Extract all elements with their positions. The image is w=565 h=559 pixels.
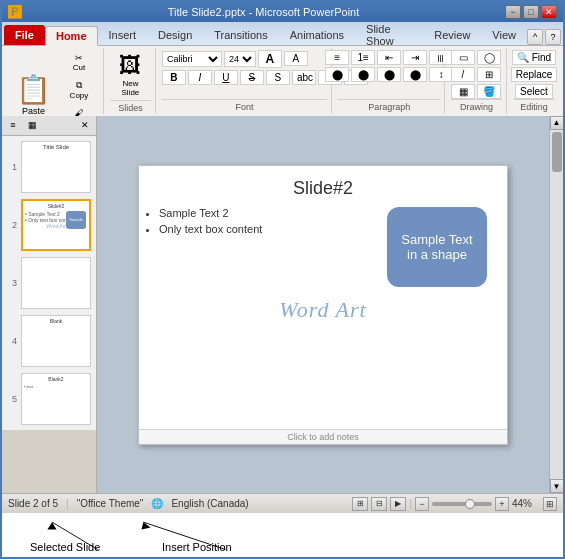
- tab-transitions[interactable]: Transitions: [203, 25, 278, 45]
- annotation-area: Selected Slide Insert Position: [2, 513, 563, 557]
- cut-icon: ✂: [75, 53, 83, 63]
- font-abc-button[interactable]: abc: [292, 70, 316, 85]
- close-button[interactable]: ✕: [541, 5, 557, 19]
- shadow-button[interactable]: S: [266, 70, 290, 85]
- window-controls: − □ ✕: [505, 5, 557, 19]
- new-slide-label: New Slide: [122, 79, 140, 97]
- slide-thumb-3: [21, 257, 91, 309]
- numbering-button[interactable]: 1≡: [351, 50, 375, 65]
- zoom-slider-thumb[interactable]: [465, 499, 475, 509]
- select-button[interactable]: Select: [515, 84, 553, 99]
- tab-file[interactable]: File: [4, 25, 45, 45]
- align-right-button[interactable]: ⬤: [377, 67, 401, 82]
- zoom-slider[interactable]: [432, 502, 492, 506]
- slides-buttons: 🖼 New Slide: [114, 50, 146, 100]
- font-family-select[interactable]: Calibri: [162, 51, 222, 67]
- decrease-indent-button[interactable]: ⇤: [377, 50, 401, 65]
- slide-notes[interactable]: Click to add notes: [139, 429, 507, 444]
- copy-button[interactable]: ⧉Copy: [59, 77, 99, 103]
- justify-button[interactable]: ⬤: [403, 67, 427, 82]
- editing-label: Editing: [513, 99, 555, 112]
- scroll-thumb[interactable]: [552, 132, 562, 172]
- bold-button[interactable]: B: [162, 70, 186, 85]
- zoom-sep: |: [409, 498, 412, 509]
- slide-num-2: 2: [7, 220, 17, 230]
- font-size-select[interactable]: 24: [224, 51, 256, 67]
- decrease-font-button[interactable]: A: [284, 51, 308, 66]
- slide-title: Slide#2: [139, 166, 507, 207]
- tab-home[interactable]: Home: [45, 26, 98, 46]
- ribbon-content: 📋 Paste ✂Cut ⧉Copy 🖌Format Painter Clipb…: [2, 46, 563, 116]
- title-bar: 🅿 Title Slide2.pptx - Microsoft PowerPoi…: [2, 2, 563, 22]
- maximize-button[interactable]: □: [523, 5, 539, 19]
- tab-slideshow[interactable]: Slide Show: [355, 25, 423, 45]
- quick-styles-button[interactable]: ▦: [451, 84, 475, 99]
- paragraph-label: Paragraph: [338, 99, 440, 112]
- outline-view-button[interactable]: ≡: [4, 117, 22, 133]
- shape-fill-button[interactable]: 🪣: [477, 84, 501, 99]
- ribbon-minimize-button[interactable]: ^: [527, 29, 543, 45]
- slides-view-button[interactable]: ▦: [23, 117, 41, 133]
- slide-shape[interactable]: Sample Text in a shape: [387, 207, 487, 287]
- slide-thumb-1: Title Slide: [21, 141, 91, 193]
- minimize-button[interactable]: −: [505, 5, 521, 19]
- shape-line-button[interactable]: /: [451, 67, 475, 82]
- arrange-button[interactable]: ⊞: [477, 67, 501, 82]
- strikethrough-button[interactable]: S: [240, 70, 264, 85]
- clipboard-group: 📋 Paste ✂Cut ⧉Copy 🖌Format Painter Clipb…: [6, 48, 104, 114]
- slide-canvas[interactable]: Slide#2 Sample Text 2 Only text box cont…: [138, 165, 508, 445]
- shape-oval-button[interactable]: ◯: [477, 50, 501, 65]
- tab-insert[interactable]: Insert: [98, 25, 148, 45]
- slide-thumb-5: Blank2 • text: [21, 373, 91, 425]
- slide-thumbnail-2[interactable]: 2 Slide#2 • Sample Text 2 • Only text bo…: [6, 198, 92, 252]
- paste-button[interactable]: 📋 Paste: [10, 71, 57, 118]
- slide-thumbnail-1[interactable]: 1 Title Slide: [6, 140, 92, 194]
- tab-animations[interactable]: Animations: [279, 25, 355, 45]
- help-button[interactable]: ?: [545, 29, 561, 45]
- new-slide-button[interactable]: 🖼 New Slide: [114, 50, 146, 100]
- app-icon: 🅿: [8, 4, 22, 20]
- italic-button[interactable]: I: [188, 70, 212, 85]
- font-label: Font: [162, 99, 327, 112]
- align-left-button[interactable]: ⬤: [325, 67, 349, 82]
- slide-thumbnail-5[interactable]: 5 Blank2 • text: [6, 372, 92, 426]
- slide-thumbnail-3[interactable]: 3: [6, 256, 92, 310]
- slide-bullet-2: Only text box content: [159, 223, 377, 235]
- language-icon: 🌐: [151, 498, 163, 509]
- slide-wordart: Word Art: [139, 287, 507, 333]
- scroll-track: [550, 130, 563, 479]
- slide-num-1: 1: [7, 162, 17, 172]
- normal-view-button[interactable]: ⊞: [352, 497, 368, 511]
- underline-button[interactable]: U: [214, 70, 238, 85]
- slide-bullet-1: Sample Text 2: [159, 207, 377, 219]
- increase-font-button[interactable]: A: [258, 50, 282, 68]
- panel-toolbar: ≡ ▦ ✕: [2, 116, 96, 136]
- replace-button[interactable]: Replace: [511, 67, 558, 82]
- fit-slide-button[interactable]: ⊞: [543, 497, 557, 511]
- find-button[interactable]: 🔍 Find: [512, 50, 556, 65]
- cut-button[interactable]: ✂Cut: [59, 50, 99, 75]
- zoom-controls: ⊞ ⊟ ▶ | − + 44% ⊞: [352, 497, 557, 511]
- slide-thumb-4: Blank: [21, 315, 91, 367]
- slide-sorter-button[interactable]: ⊟: [371, 497, 387, 511]
- zoom-out-button[interactable]: −: [415, 497, 429, 511]
- tab-review[interactable]: Review: [423, 25, 481, 45]
- bullets-button[interactable]: ≡: [325, 50, 349, 65]
- tab-view[interactable]: View: [481, 25, 527, 45]
- status-bar: Slide 2 of 5 | "Office Theme" 🌐 English …: [2, 493, 563, 513]
- ribbon: File Home Insert Design Transitions Anim…: [2, 22, 563, 116]
- slide-panel-area: ≡ ▦ ✕ 1 Title Slide 2: [2, 116, 97, 493]
- align-center-button[interactable]: ⬤: [351, 67, 375, 82]
- tab-design[interactable]: Design: [147, 25, 203, 45]
- zoom-in-button[interactable]: +: [495, 497, 509, 511]
- scroll-down-button[interactable]: ▼: [550, 479, 564, 493]
- slide-thumbnail-4[interactable]: 4 Blank: [6, 314, 92, 368]
- slide-canvas-area: Slide#2 Sample Text 2 Only text box cont…: [97, 116, 549, 493]
- shape-rect-button[interactable]: ▭: [451, 50, 475, 65]
- editing-group: 🔍 Find Replace Select Editing: [509, 48, 559, 114]
- panel-close-button[interactable]: ✕: [76, 117, 94, 133]
- scroll-up-button[interactable]: ▲: [550, 116, 564, 130]
- zoom-level: 44%: [512, 498, 540, 509]
- increase-indent-button[interactable]: ⇥: [403, 50, 427, 65]
- slideshow-view-button[interactable]: ▶: [390, 497, 406, 511]
